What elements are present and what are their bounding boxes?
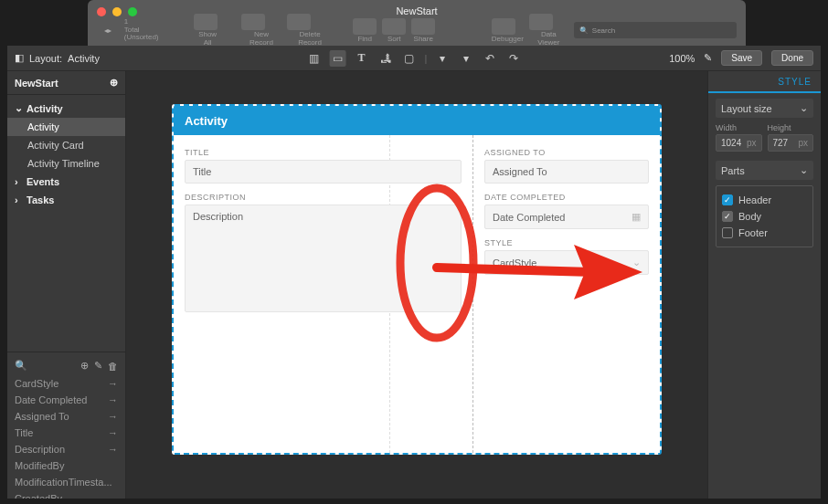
field-label: DESCRIPTION [185,193,462,202]
height-label: Height [768,123,814,132]
add-layout-icon[interactable]: ⊕ [110,77,118,89]
part-body-checkbox[interactable]: ✓Body [722,208,807,225]
checkbox-icon: ✓ [722,194,733,205]
field-label: DATE COMPLETED [484,193,649,202]
title-field[interactable]: Title [185,160,462,184]
parent-window: NewStart ◂▸ 1 Total (Unsorted) Show All … [88,0,746,46]
tool-group-icon[interactable]: ▾ [458,50,474,67]
inspector-tab-style[interactable]: STYLE [708,71,821,93]
tool-arrange-icon[interactable]: ▾ [434,50,451,67]
record-nav-icon[interactable]: ◂▸ [97,24,119,37]
field-label: TITLE [185,148,462,157]
left-sidebar: NewStart ⊕ ⌄Activity Activity Activity C… [7,71,126,499]
share-button[interactable] [411,18,435,35]
tool-button-icon[interactable]: ▢ [401,50,418,67]
height-input[interactable]: 727px [768,134,814,152]
field-item[interactable]: ModificationTimesta... [7,474,125,490]
redo-icon[interactable]: ↷ [505,50,522,67]
tree-group-events[interactable]: ›Events [7,173,125,191]
save-button[interactable]: Save [721,50,762,66]
tree-item-activity-card[interactable]: Activity Card [7,136,125,154]
drag-icon: → [108,411,118,422]
zoom-level[interactable]: 100% [669,53,695,64]
field-item[interactable]: Title→ [7,425,125,441]
tree-item-activity[interactable]: Activity [7,118,125,136]
checkbox-icon [722,227,733,238]
tool-image-icon[interactable]: 🏞 [377,50,394,67]
chevron-down-icon: ⌄ [632,257,641,268]
tool-select-icon[interactable]: ▭ [330,50,346,67]
tool-viewmode-icon[interactable]: ▥ [306,50,323,67]
layout-surface[interactable]: Activity TITLE Title DESCRIPTION Descrip… [172,104,662,455]
show-all-button[interactable] [194,14,218,30]
layout-header-part[interactable]: Activity [174,106,660,135]
layout-left-column: TITLE Title DESCRIPTION Description [174,135,473,453]
data-viewer-button[interactable] [529,14,553,30]
new-record-button[interactable] [241,14,265,30]
undo-icon[interactable]: ↶ [482,50,498,67]
calendar-icon[interactable]: ▦ [632,211,641,223]
field-item[interactable]: Assigned To→ [7,408,125,425]
layout-tree: ⌄Activity Activity Activity Card Activit… [7,95,125,213]
part-footer-checkbox[interactable]: Footer [722,225,807,241]
parent-toolbar: ◂▸ 1 Total (Unsorted) Show All New Recor… [97,18,737,42]
fields-search-icon[interactable]: 🔍 [15,360,27,372]
tree-group-tasks[interactable]: ›Tasks [7,191,125,209]
drag-icon: → [108,427,118,438]
delete-record-button[interactable] [287,14,311,30]
field-item[interactable]: CardStyle→ [7,375,125,392]
date-completed-field[interactable]: Date Completed▦ [484,205,649,229]
parent-title: NewStart [88,5,746,16]
fields-edit-icon[interactable]: ✎ [94,360,102,372]
description-field[interactable]: Description [185,205,462,312]
debugger-button[interactable] [492,18,515,35]
workspace-header: NewStart ⊕ [7,71,125,95]
field-label: STYLE [484,238,649,247]
drag-icon: → [108,444,118,455]
layout-size-row[interactable]: Layout size ⌄ [716,99,813,118]
field-item[interactable]: ModifiedBy [7,457,125,474]
width-label: Width [716,123,762,132]
fields-delete-icon[interactable]: 🗑 [108,361,118,372]
chevron-down-icon: ⌄ [800,164,808,176]
done-button[interactable]: Done [771,50,813,66]
checkbox-icon: ✓ [722,211,733,222]
tree-group-activity[interactable]: ⌄Activity [7,99,125,118]
chevron-down-icon: ⌄ [800,102,808,114]
record-info: 1 Total (Unsorted) [124,18,175,42]
assigned-to-field[interactable]: Assigned To [484,160,649,184]
drag-icon: → [108,378,118,389]
field-item[interactable]: Description→ [7,441,125,457]
width-input[interactable]: 1024px [716,134,762,152]
search-icon: 🔍 [579,26,589,35]
layout-name[interactable]: Activity [68,53,100,64]
fields-panel: 🔍 ⊕ ✎ 🗑 CardStyle→ Date Completed→ Assig… [7,352,125,499]
editor-topbar: ◧ Layout: Activity ▥ ▭ T 🏞 ▢ | ▾ ▾ ↶ ↷ 1… [7,46,821,71]
format-painter-icon[interactable]: ✎ [704,52,712,64]
field-item[interactable]: CreatedBy [7,490,125,499]
layout-label: Layout: [29,53,62,64]
field-label: ASSIGNED TO [484,148,649,157]
layout-canvas[interactable]: Activity TITLE Title DESCRIPTION Descrip… [126,71,707,499]
search-input[interactable]: 🔍 Search [574,22,737,38]
layout-right-column: ASSIGNED TO Assigned To DATE COMPLETED D… [473,135,660,453]
find-button[interactable] [353,18,377,35]
parts-row[interactable]: Parts ⌄ [716,161,813,180]
inspector-panel: STYLE Layout size ⌄ Width 1024px Height … [707,71,821,499]
field-item[interactable]: Date Completed→ [7,392,125,408]
drag-icon: → [108,394,118,405]
tree-item-activity-timeline[interactable]: Activity Timeline [7,154,125,173]
fields-add-icon[interactable]: ⊕ [80,360,89,372]
tool-text-icon[interactable]: T [354,50,370,67]
parts-list: ✓Header ✓Body Footer [716,185,813,247]
sidebar-toggle-icon[interactable]: ◧ [15,52,24,64]
layout-editor-window: ◧ Layout: Activity ▥ ▭ T 🏞 ▢ | ▾ ▾ ↶ ↷ 1… [7,46,821,499]
part-header-checkbox[interactable]: ✓Header [722,192,807,208]
sort-button[interactable] [382,18,406,35]
cardstyle-field[interactable]: CardStyle⌄ [484,250,649,275]
